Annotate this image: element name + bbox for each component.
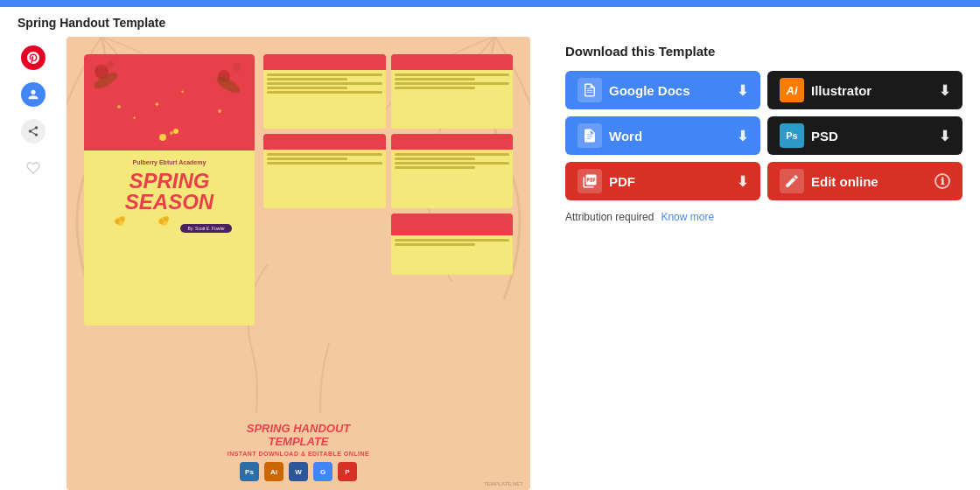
svg-point-12 xyxy=(159,134,166,141)
svg-point-10 xyxy=(218,109,221,113)
illustrator-label: Illustrator xyxy=(811,83,872,98)
word-label: Word xyxy=(609,129,642,144)
small-card-top-1 xyxy=(263,54,386,70)
small-card-lines-3 xyxy=(263,150,386,170)
preview-subtitle: INSTANT DOWNLOAD & EDITABLE ONLINE xyxy=(84,451,513,457)
card-top-red: ✦ ✦ ✦ xyxy=(84,54,255,150)
small-card-3 xyxy=(263,134,386,208)
google-docs-label: Google Docs xyxy=(609,83,690,98)
edit-online-button[interactable]: Edit online ℹ xyxy=(767,162,962,200)
small-card-5 xyxy=(391,214,514,275)
preview-bottom-section: SPRING HANDOUT TEMPLATE INSTANT DOWNLOAD… xyxy=(66,413,530,490)
watermark: TEMPLATE.NET xyxy=(484,481,523,486)
svg-point-1 xyxy=(106,60,115,69)
svg-text:✦: ✦ xyxy=(154,101,160,108)
psd-download-button[interactable]: Ps PSD ⬇ xyxy=(767,116,962,155)
google-docs-download-button[interactable]: Google Docs ⬇ xyxy=(565,71,760,109)
page-title: Spring Handout Template xyxy=(18,16,165,30)
small-card-1 xyxy=(263,54,386,129)
small-card-lines-4 xyxy=(391,150,514,174)
psd-icon: Ps xyxy=(780,123,804,148)
google-plus-icon[interactable] xyxy=(21,82,46,107)
svg-text:✦: ✦ xyxy=(132,116,136,121)
pinterest-icon[interactable] xyxy=(21,46,46,70)
edit-online-icon xyxy=(780,169,804,193)
word-icon xyxy=(578,123,602,148)
fmt-word-icon: W xyxy=(289,462,308,481)
svg-point-3 xyxy=(233,63,242,72)
card-body: Pulberry Ebturt Academy SPRING SEASON xyxy=(84,150,255,242)
svg-point-16 xyxy=(120,216,125,221)
download-section-title: Download this Template xyxy=(565,44,962,59)
psd-arrow: ⬇ xyxy=(939,128,950,144)
illustrator-download-button[interactable]: Ai Illustrator ⬇ xyxy=(767,71,962,109)
small-card-4 xyxy=(391,134,514,208)
info-icon[interactable]: ℹ xyxy=(934,173,950,189)
small-card-top-4 xyxy=(391,134,514,150)
edit-online-label: Edit online xyxy=(811,174,878,189)
pdf-download-button[interactable]: PDF ⬇ xyxy=(565,162,760,200)
illustrator-arrow: ⬇ xyxy=(939,82,950,99)
small-card-lines-1 xyxy=(263,70,386,99)
author-badge: By: Scott E. Fowler xyxy=(180,224,232,233)
academy-name: Pulberry Ebturt Academy xyxy=(91,159,248,165)
fmt-docs-icon: G xyxy=(313,462,332,481)
share-icon[interactable] xyxy=(21,119,46,144)
pdf-arrow: ⬇ xyxy=(737,173,748,190)
svg-point-13 xyxy=(173,129,178,134)
preview-title: SPRING HANDOUT TEMPLATE xyxy=(84,422,513,449)
fmt-pdf-icon: P xyxy=(338,462,357,481)
fmt-illustrator-icon: Ai xyxy=(264,462,284,481)
google-docs-arrow: ⬇ xyxy=(737,82,748,99)
small-flowers-svg xyxy=(107,213,177,230)
svg-point-9 xyxy=(117,105,121,108)
floral-decoration: ✦ ✦ ✦ xyxy=(84,54,255,150)
main-cover-card: ✦ ✦ ✦ Pulberry Ebtur xyxy=(84,54,255,326)
illustrator-icon: Ai xyxy=(780,78,804,102)
small-card-2 xyxy=(391,54,514,129)
small-card-top-3 xyxy=(263,134,386,150)
word-arrow: ⬇ xyxy=(737,128,748,144)
spring-season-title: SPRING SEASON xyxy=(91,171,248,213)
svg-text:✦: ✦ xyxy=(180,89,185,94)
svg-point-15 xyxy=(115,219,120,224)
preview-container: ✦ ✦ ✦ Pulberry Ebtur xyxy=(66,37,530,490)
cards-grid xyxy=(263,54,513,275)
know-more-link[interactable]: Know more xyxy=(661,211,714,223)
pdf-icon xyxy=(578,169,602,193)
download-buttons-grid: Google Docs ⬇ Ai Illustrator ⬇ xyxy=(565,71,962,200)
svg-point-19 xyxy=(164,216,169,221)
psd-label: PSD xyxy=(811,129,838,144)
small-card-top-2 xyxy=(391,54,514,70)
right-panel: Download this Template Google Docs ⬇ xyxy=(548,37,962,490)
pdf-label: PDF xyxy=(609,174,635,189)
google-docs-icon xyxy=(578,78,602,102)
small-card-lines-2 xyxy=(391,70,514,94)
page-header: Spring Handout Template xyxy=(18,7,962,37)
format-icons-row: Ps Ai W G P xyxy=(84,462,513,481)
main-area: ✦ ✦ ✦ Pulberry Ebtur xyxy=(18,37,962,490)
social-panel xyxy=(18,37,49,490)
fmt-photoshop-icon: Ps xyxy=(240,462,259,481)
attribution-text: Attribution required xyxy=(565,211,654,223)
word-download-button[interactable]: Word ⬇ xyxy=(565,116,760,155)
heart-icon[interactable] xyxy=(21,156,46,180)
svg-point-11 xyxy=(170,131,173,135)
top-border xyxy=(0,0,980,7)
svg-point-18 xyxy=(158,219,164,224)
attribution-row: Attribution required Know more xyxy=(565,211,962,223)
